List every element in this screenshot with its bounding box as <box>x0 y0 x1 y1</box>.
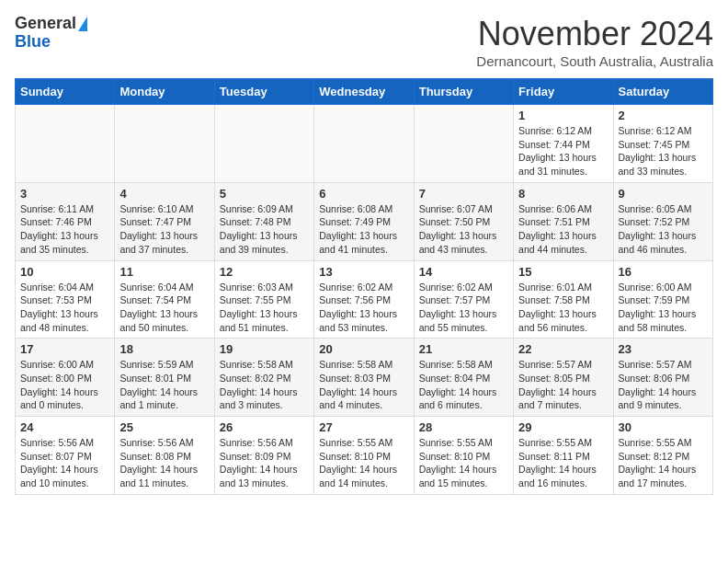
day-info: Sunrise: 5:58 AM Sunset: 8:04 PM Dayligh… <box>419 358 508 412</box>
day-info: Sunrise: 6:04 AM Sunset: 7:53 PM Dayligh… <box>20 281 109 335</box>
day-number: 3 <box>20 187 109 201</box>
day-number: 16 <box>619 265 708 279</box>
day-number: 15 <box>518 265 608 279</box>
day-info: Sunrise: 6:02 AM Sunset: 7:57 PM Dayligh… <box>419 281 508 335</box>
logo-blue: Blue <box>15 33 51 52</box>
calendar-day-cell <box>414 105 513 183</box>
calendar-day-cell <box>115 105 214 183</box>
calendar-day-cell: 9Sunrise: 6:05 AM Sunset: 7:52 PM Daylig… <box>613 182 712 260</box>
weekday-header: Sunday <box>16 79 115 105</box>
day-number: 11 <box>119 265 209 279</box>
weekday-header: Thursday <box>414 79 513 105</box>
day-number: 8 <box>518 187 608 201</box>
day-number: 4 <box>119 187 209 201</box>
day-number: 20 <box>319 342 408 356</box>
calendar-day-cell: 8Sunrise: 6:06 AM Sunset: 7:51 PM Daylig… <box>514 182 613 260</box>
weekday-header: Saturday <box>613 79 712 105</box>
calendar-day-cell: 19Sunrise: 5:58 AM Sunset: 8:02 PM Dayli… <box>214 339 313 417</box>
calendar-day-cell: 22Sunrise: 5:57 AM Sunset: 8:05 PM Dayli… <box>514 339 613 417</box>
calendar-day-cell: 20Sunrise: 5:58 AM Sunset: 8:03 PM Dayli… <box>314 339 414 417</box>
day-number: 29 <box>518 420 608 434</box>
day-info: Sunrise: 5:55 AM Sunset: 8:10 PM Dayligh… <box>319 436 408 490</box>
calendar-day-cell: 4Sunrise: 6:10 AM Sunset: 7:47 PM Daylig… <box>115 182 214 260</box>
day-info: Sunrise: 6:00 AM Sunset: 8:00 PM Dayligh… <box>20 358 109 412</box>
day-number: 26 <box>220 420 309 434</box>
day-info: Sunrise: 5:59 AM Sunset: 8:01 PM Dayligh… <box>119 358 209 412</box>
calendar-day-cell: 13Sunrise: 6:02 AM Sunset: 7:56 PM Dayli… <box>314 260 414 339</box>
calendar-day-cell: 14Sunrise: 6:02 AM Sunset: 7:57 PM Dayli… <box>414 260 513 339</box>
calendar-week-row: 24Sunrise: 5:56 AM Sunset: 8:07 PM Dayli… <box>16 417 713 495</box>
day-number: 10 <box>20 265 109 279</box>
calendar-day-cell: 21Sunrise: 5:58 AM Sunset: 8:04 PM Dayli… <box>414 339 513 417</box>
location-title: Dernancourt, South Australia, Australia <box>476 53 713 69</box>
calendar-header-row: SundayMondayTuesdayWednesdayThursdayFrid… <box>16 79 713 105</box>
calendar-day-cell: 29Sunrise: 5:55 AM Sunset: 8:11 PM Dayli… <box>514 417 613 495</box>
day-number: 24 <box>20 420 109 434</box>
logo-triangle-icon <box>78 17 87 31</box>
day-number: 9 <box>619 187 708 201</box>
calendar-day-cell: 26Sunrise: 5:56 AM Sunset: 8:09 PM Dayli… <box>214 417 313 495</box>
day-info: Sunrise: 5:55 AM Sunset: 8:10 PM Dayligh… <box>419 436 508 490</box>
day-info: Sunrise: 5:58 AM Sunset: 8:02 PM Dayligh… <box>220 358 309 412</box>
day-number: 22 <box>518 342 608 356</box>
month-title: November 2024 <box>476 15 713 53</box>
day-info: Sunrise: 6:08 AM Sunset: 7:49 PM Dayligh… <box>319 202 408 257</box>
day-info: Sunrise: 5:55 AM Sunset: 8:11 PM Dayligh… <box>518 436 608 490</box>
day-info: Sunrise: 6:12 AM Sunset: 7:44 PM Dayligh… <box>518 124 608 178</box>
day-info: Sunrise: 5:57 AM Sunset: 8:06 PM Dayligh… <box>619 358 708 412</box>
day-number: 17 <box>20 342 109 356</box>
calendar-day-cell: 3Sunrise: 6:11 AM Sunset: 7:46 PM Daylig… <box>16 182 115 260</box>
day-info: Sunrise: 6:05 AM Sunset: 7:52 PM Dayligh… <box>619 202 708 257</box>
calendar-day-cell: 6Sunrise: 6:08 AM Sunset: 7:49 PM Daylig… <box>314 182 414 260</box>
day-info: Sunrise: 6:09 AM Sunset: 7:48 PM Dayligh… <box>220 202 309 257</box>
day-number: 25 <box>119 420 209 434</box>
calendar-day-cell: 12Sunrise: 6:03 AM Sunset: 7:55 PM Dayli… <box>214 260 313 339</box>
calendar-day-cell: 30Sunrise: 5:55 AM Sunset: 8:12 PM Dayli… <box>613 417 712 495</box>
title-section: November 2024 Dernancourt, South Austral… <box>476 15 713 69</box>
page-header: General Blue November 2024 Dernancourt, … <box>15 15 713 69</box>
calendar-week-row: 10Sunrise: 6:04 AM Sunset: 7:53 PM Dayli… <box>16 260 713 339</box>
day-info: Sunrise: 5:55 AM Sunset: 8:12 PM Dayligh… <box>619 436 708 490</box>
day-number: 13 <box>319 265 408 279</box>
calendar-day-cell: 10Sunrise: 6:04 AM Sunset: 7:53 PM Dayli… <box>16 260 115 339</box>
weekday-header: Friday <box>514 79 613 105</box>
day-number: 19 <box>220 342 309 356</box>
day-info: Sunrise: 5:56 AM Sunset: 8:07 PM Dayligh… <box>20 436 109 490</box>
day-number: 27 <box>319 420 408 434</box>
day-info: Sunrise: 6:12 AM Sunset: 7:45 PM Dayligh… <box>619 124 708 178</box>
day-number: 5 <box>220 187 309 201</box>
weekday-header: Monday <box>115 79 214 105</box>
day-number: 1 <box>518 109 608 122</box>
day-info: Sunrise: 5:56 AM Sunset: 8:09 PM Dayligh… <box>220 436 309 490</box>
day-number: 12 <box>220 265 309 279</box>
day-info: Sunrise: 6:11 AM Sunset: 7:46 PM Dayligh… <box>20 202 109 257</box>
calendar-day-cell: 16Sunrise: 6:00 AM Sunset: 7:59 PM Dayli… <box>613 260 712 339</box>
day-number: 6 <box>319 187 408 201</box>
day-number: 18 <box>119 342 209 356</box>
calendar-day-cell: 1Sunrise: 6:12 AM Sunset: 7:44 PM Daylig… <box>514 105 613 183</box>
weekday-header: Wednesday <box>314 79 414 105</box>
logo-general: General <box>15 15 76 33</box>
calendar-day-cell: 2Sunrise: 6:12 AM Sunset: 7:45 PM Daylig… <box>613 105 712 183</box>
calendar-week-row: 17Sunrise: 6:00 AM Sunset: 8:00 PM Dayli… <box>16 339 713 417</box>
day-info: Sunrise: 6:03 AM Sunset: 7:55 PM Dayligh… <box>220 281 309 335</box>
calendar-day-cell <box>214 105 313 183</box>
day-info: Sunrise: 6:01 AM Sunset: 7:58 PM Dayligh… <box>518 281 608 335</box>
calendar-day-cell: 17Sunrise: 6:00 AM Sunset: 8:00 PM Dayli… <box>16 339 115 417</box>
calendar-day-cell: 18Sunrise: 5:59 AM Sunset: 8:01 PM Dayli… <box>115 339 214 417</box>
day-number: 30 <box>619 420 708 434</box>
calendar-day-cell <box>16 105 115 183</box>
weekday-header: Tuesday <box>214 79 313 105</box>
day-info: Sunrise: 6:04 AM Sunset: 7:54 PM Dayligh… <box>119 281 209 335</box>
day-number: 23 <box>619 342 708 356</box>
day-info: Sunrise: 6:10 AM Sunset: 7:47 PM Dayligh… <box>119 202 209 257</box>
day-number: 21 <box>419 342 508 356</box>
day-info: Sunrise: 6:00 AM Sunset: 7:59 PM Dayligh… <box>619 281 708 335</box>
calendar-day-cell <box>314 105 414 183</box>
day-info: Sunrise: 5:56 AM Sunset: 8:08 PM Dayligh… <box>119 436 209 490</box>
day-info: Sunrise: 6:02 AM Sunset: 7:56 PM Dayligh… <box>319 281 408 335</box>
calendar-week-row: 3Sunrise: 6:11 AM Sunset: 7:46 PM Daylig… <box>16 182 713 260</box>
calendar-day-cell: 11Sunrise: 6:04 AM Sunset: 7:54 PM Dayli… <box>115 260 214 339</box>
calendar-day-cell: 5Sunrise: 6:09 AM Sunset: 7:48 PM Daylig… <box>214 182 313 260</box>
calendar-day-cell: 25Sunrise: 5:56 AM Sunset: 8:08 PM Dayli… <box>115 417 214 495</box>
